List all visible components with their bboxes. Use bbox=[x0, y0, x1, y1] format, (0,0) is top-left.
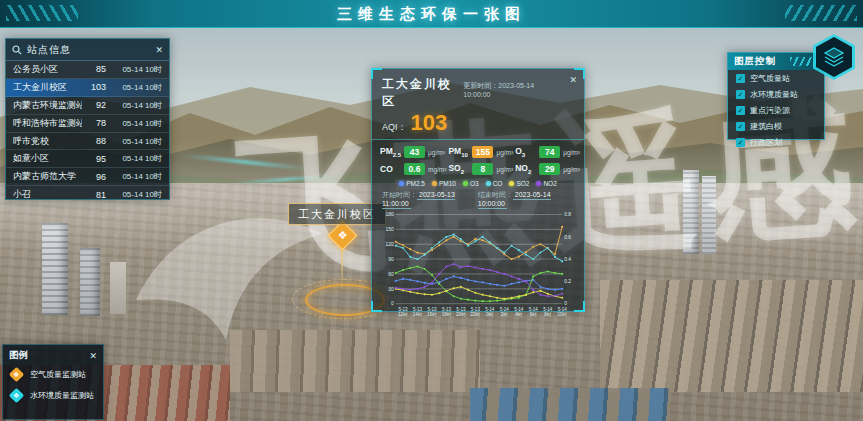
update-time: 更新时间：2023-05-14 10:00:00 bbox=[463, 81, 560, 98]
layer-item[interactable]: ✓建筑白模 bbox=[728, 118, 824, 134]
station-row[interactable]: 如意小区9505-14 10时 bbox=[6, 150, 169, 168]
close-icon[interactable]: ✕ bbox=[569, 75, 577, 85]
svg-text:5-1312时: 5-1312时 bbox=[398, 307, 408, 318]
chart-legend-item[interactable]: CO bbox=[486, 180, 503, 187]
station-row[interactable]: 内蒙古环境监测站9205-14 10时 bbox=[6, 97, 169, 115]
svg-text:60: 60 bbox=[388, 272, 394, 277]
legend-item: ❖水环境质量监测站 bbox=[3, 385, 103, 406]
svg-text:150: 150 bbox=[386, 227, 394, 232]
svg-text:5-1322时: 5-1322时 bbox=[471, 307, 481, 318]
pollutant-label: SO2 bbox=[448, 163, 469, 175]
svg-text:0.4: 0.4 bbox=[564, 257, 571, 262]
page-title: 三维生态环保一张图 bbox=[0, 0, 863, 27]
marker-stem bbox=[341, 247, 343, 291]
chart-legend-item[interactable]: PM2.5 bbox=[399, 180, 425, 187]
station-detail-panel: 工大金川校区 更新时间：2023-05-14 10:00:00 ✕ AQI： 1… bbox=[371, 68, 585, 312]
legend-dot-icon bbox=[509, 181, 514, 186]
start-time-label: 开始时间： bbox=[382, 191, 417, 198]
station-list-header: 站点信息 ✕ bbox=[6, 39, 169, 61]
station-row[interactable]: 呼市党校8805-14 10时 bbox=[6, 133, 169, 151]
layer-item[interactable]: ✓重点污染源 bbox=[728, 102, 824, 118]
station-aqi: 95 bbox=[82, 154, 106, 164]
station-time: 05-14 10时 bbox=[106, 118, 162, 129]
pollutant-value-badge: 74 bbox=[539, 146, 560, 158]
pollutant-value-badge: 8 bbox=[472, 163, 493, 175]
marker-glyph: ❖ bbox=[13, 392, 19, 399]
pollutant-unit: μg/m³ bbox=[496, 166, 513, 173]
detail-title: 工大金川校区 bbox=[382, 76, 463, 110]
layer-item[interactable]: ✓水环境质量站 bbox=[728, 86, 824, 102]
station-time: 05-14 10时 bbox=[106, 64, 162, 75]
station-row[interactable]: 内蒙古师范大学9605-14 10时 bbox=[6, 168, 169, 186]
pollutant-label: PM2.5 bbox=[380, 146, 401, 158]
aqi-chart: 030609012015018000.20.40.60.85-1312时5-13… bbox=[374, 208, 582, 332]
diamond-marker-icon: ❖ bbox=[9, 367, 25, 383]
layer-checkbox[interactable]: ✓ bbox=[736, 138, 745, 147]
station-row[interactable]: 呼和浩特市监测站7805-14 10时 bbox=[6, 115, 169, 133]
layer-item[interactable]: ✓空气质量站 bbox=[728, 70, 824, 86]
svg-text:5-146时: 5-146时 bbox=[529, 307, 539, 318]
app-header: 三维生态环保一张图 bbox=[0, 0, 863, 28]
chart-legend-item[interactable]: O3 bbox=[463, 180, 479, 187]
station-name: 呼和浩特市监测站 bbox=[13, 117, 82, 130]
pollutant-label: NO2 bbox=[515, 163, 536, 175]
station-name: 公务员小区 bbox=[13, 63, 82, 76]
station-aqi: 88 bbox=[82, 136, 106, 146]
layer-label: 行政区划 bbox=[750, 137, 782, 148]
chart-legend-item[interactable]: PM10 bbox=[432, 180, 456, 187]
layer-item[interactable]: ✓行政区划 bbox=[728, 134, 824, 150]
station-list-title: 站点信息 bbox=[27, 43, 150, 57]
chart-legend-item[interactable]: SO2 bbox=[509, 180, 529, 187]
svg-text:120: 120 bbox=[386, 242, 394, 247]
layer-checkbox[interactable]: ✓ bbox=[736, 90, 745, 99]
svg-text:5-1316时: 5-1316时 bbox=[427, 307, 437, 318]
layers-toggle-button[interactable] bbox=[813, 34, 855, 80]
station-name: 小召 bbox=[13, 188, 82, 201]
map-legend-panel: 图例 ✕ ❖空气质量监测站❖水环境质量监测站 bbox=[2, 344, 104, 420]
station-row[interactable]: 工大金川校区10305-14 10时 bbox=[6, 79, 169, 97]
marker-glyph: ❖ bbox=[13, 371, 19, 378]
layers-icon bbox=[822, 45, 846, 69]
svg-text:5-1410时: 5-1410时 bbox=[557, 307, 567, 318]
legend-series-name: PM10 bbox=[439, 180, 456, 187]
diamond-marker-icon: ❖ bbox=[9, 388, 25, 404]
layer-checkbox[interactable]: ✓ bbox=[736, 74, 745, 83]
search-icon[interactable] bbox=[12, 45, 22, 55]
map-legend-items: ❖空气质量监测站❖水环境质量监测站 bbox=[3, 364, 103, 406]
legend-item-label: 空气质量监测站 bbox=[30, 369, 86, 380]
tower-building bbox=[110, 262, 126, 314]
update-time-label: 更新时间： bbox=[463, 82, 498, 89]
svg-text:5-1320时: 5-1320时 bbox=[456, 307, 466, 318]
svg-text:5-148时: 5-148时 bbox=[543, 307, 553, 318]
station-aqi: 81 bbox=[82, 190, 106, 200]
station-row[interactable]: 公务员小区8505-14 10时 bbox=[6, 61, 169, 79]
svg-text:0.6: 0.6 bbox=[564, 235, 571, 240]
station-aqi: 103 bbox=[82, 82, 106, 92]
panel-corner bbox=[371, 301, 382, 312]
layer-panel-title: 图层控制 bbox=[734, 55, 776, 68]
station-name: 如意小区 bbox=[13, 152, 82, 165]
aqi-readout: AQI： 103 bbox=[372, 111, 584, 140]
station-aqi: 96 bbox=[82, 172, 106, 182]
legend-series-name: NO2 bbox=[543, 180, 556, 187]
aqi-label: AQI： bbox=[382, 121, 407, 134]
layer-checkbox[interactable]: ✓ bbox=[736, 122, 745, 131]
station-row[interactable]: 小召8105-14 10时 bbox=[6, 186, 169, 204]
pollutant-cell: PM2.543μg/m³ bbox=[380, 146, 446, 158]
close-icon[interactable]: ✕ bbox=[89, 351, 97, 361]
start-time: 开始时间：2023-05-13 11:00:00 bbox=[382, 190, 478, 207]
pollutant-value-badge: 29 bbox=[539, 163, 560, 175]
pollutant-cell: CO0.6mg/m³ bbox=[380, 163, 446, 175]
legend-series-name: SO2 bbox=[516, 180, 529, 187]
close-icon[interactable]: ✕ bbox=[155, 45, 163, 55]
svg-text:0: 0 bbox=[391, 301, 394, 306]
layer-checkbox[interactable]: ✓ bbox=[736, 106, 745, 115]
legend-series-name: CO bbox=[493, 180, 503, 187]
legend-series-name: O3 bbox=[470, 180, 479, 187]
pollutant-unit: μg/m³ bbox=[496, 149, 513, 156]
pollutant-value-badge: 0.6 bbox=[404, 163, 425, 175]
time-range-row: 开始时间：2023-05-13 11:00:00 结束时间：2023-05-14… bbox=[372, 188, 584, 207]
end-time: 结束时间：2023-05-14 10:00:00 bbox=[478, 190, 574, 207]
chart-legend-item[interactable]: NO2 bbox=[536, 180, 556, 187]
map-legend-title: 图例 bbox=[9, 349, 28, 362]
